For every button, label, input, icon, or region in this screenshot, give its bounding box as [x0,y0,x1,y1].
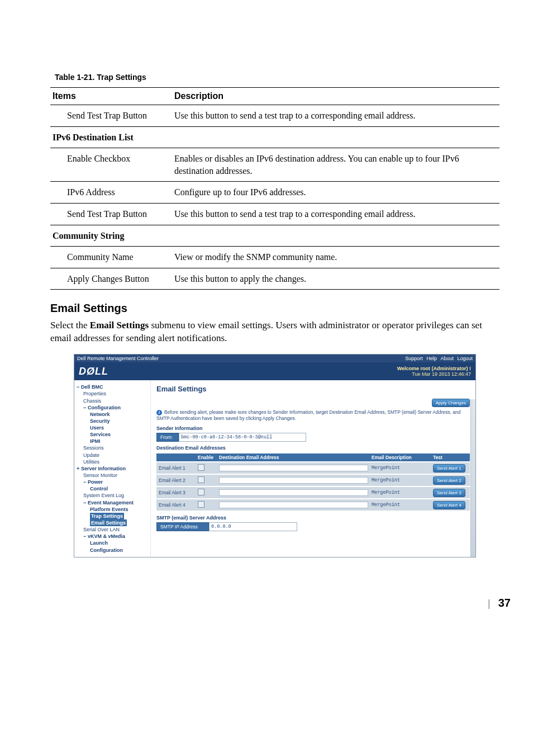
sidebar-item-users[interactable]: Users [77,424,148,431]
row-item: IPv6 Destination List [50,126,172,148]
row-desc: Use this button to apply the changes. [172,268,499,290]
sidebar-item-security[interactable]: Security [77,418,148,424]
sidebar-item-serial-over-lan[interactable]: Serial Over LAN [77,526,148,533]
row-desc: Enables or disables an IPv6 destination … [172,148,499,182]
table-row: Email Alert 1 MergePoint Send Alert 1 [156,462,470,474]
sidebar-item-event-management[interactable]: −Event Management [77,499,148,506]
link-about[interactable]: About [440,356,454,361]
send-alert-button[interactable]: Send Alert 1 [433,464,465,472]
dest-email-field[interactable] [219,465,368,471]
row-desc: Use this button to send a test trap to a… [172,203,499,225]
row-desc [172,126,499,148]
sidebar-item-configuration[interactable]: −Configuration [77,404,148,411]
enable-checkbox[interactable] [198,501,204,508]
th-blank [156,453,196,461]
row-name: Email Alert 4 [156,499,196,511]
page-title: Email Settings [156,385,470,393]
sidebar-item-services[interactable]: Services [77,431,148,438]
email-description: MergePoint [369,462,431,474]
para-bold: Email Settings [90,320,149,330]
table-row: Email Alert 2 MergePoint Send Alert 2 [156,475,470,486]
row-desc: Use this button to send a test trap to a… [172,105,499,127]
send-alert-button[interactable]: Send Alert 4 [433,501,465,509]
sidebar-item-platform-events[interactable]: Platform Events [77,506,148,513]
sidebar-item-email-settings[interactable]: Email Settings [77,519,148,526]
row-item: Community Name [50,247,172,268]
row-desc: Configure up to four IPv6 addresses. [172,182,499,204]
row-item: Enable Checkbox [50,148,172,182]
sidebar-item-utilities[interactable]: Utilities [77,459,148,465]
th-test: Test [431,453,470,461]
send-alert-button[interactable]: Send Alert 2 [433,476,465,485]
enable-checkbox[interactable] [198,464,204,471]
smtp-server-label: SMTP (email) Server Address [156,515,470,521]
table-caption: Table 1-21. Trap Settings [55,73,499,82]
th-description: Description [172,88,499,105]
destination-addresses-label: Destination Email Addresses [156,445,470,451]
link-support[interactable]: Support [405,356,423,361]
trap-settings-table: Items Description Send Test Trap Button … [50,87,499,290]
row-desc: View or modify the SNMP community name. [172,247,499,268]
sidebar-item-update[interactable]: Update [77,452,148,459]
welcome-text: Welcome root (Administrator) ! [397,366,471,371]
main-panel: Email Settings Apply Changes iBefore sen… [151,380,475,557]
row-item: Apply Changes Button [50,268,172,290]
email-description: MergePoint [369,475,431,486]
th-email-desc: Email Description [369,453,431,461]
sidebar-item-dell-bmc[interactable]: −Dell BMC [77,384,148,390]
section-paragraph: Select the Email Settings submenu to vie… [50,319,499,345]
smtp-ip-field[interactable]: 0.0.0.0 [209,522,297,531]
sidebar-item-ipmi[interactable]: IPMI [77,438,148,445]
from-field[interactable]: bmc-00-c0-a8-12-34-58-0-0-3@null [179,433,306,442]
para-pre: Select the [50,320,90,330]
destination-table: Enable Destination Email Address Email D… [156,452,470,512]
sidebar-item-server-info[interactable]: +Server Information [77,465,148,472]
timestamp: Tue Mar 19 2013 12:46:47 [397,371,471,377]
sidebar-item-launch[interactable]: Launch [77,540,148,546]
page-number: 37 [498,597,511,609]
dest-email-field[interactable] [219,502,368,508]
sidebar-item-sessions[interactable]: Sessions [77,445,148,451]
table-row: Email Alert 3 MergePoint Send Alert 3 [156,487,470,498]
sidebar-item-network[interactable]: Network [77,411,148,418]
sidebar-item-power[interactable]: −Power [77,479,148,485]
enable-checkbox[interactable] [198,476,204,483]
sender-information-label: Sender Information [156,426,470,431]
link-logout[interactable]: Logout [457,356,473,361]
titlebar: Dell Remote Management Controller Suppor… [74,355,475,362]
sidebar-item-system-event-log[interactable]: System Event Log [77,492,148,499]
row-desc [172,225,499,247]
brand-logo: DØLL [79,366,108,377]
row-name: Email Alert 2 [156,475,196,486]
page-footer: |37 [0,580,533,609]
send-alert-button[interactable]: Send Alert 3 [433,489,465,497]
sidebar-item-configuration2[interactable]: Configuration [77,547,148,554]
sidebar-item-sensor-monitor[interactable]: Sensor Monitor [77,472,148,479]
row-name: Email Alert 1 [156,462,196,474]
row-item: Community String [50,225,172,247]
th-items: Items [50,88,172,105]
email-description: MergePoint [369,487,431,498]
row-name: Email Alert 3 [156,487,196,498]
sidebar-item-vkvm[interactable]: −vKVM & vMedia [77,533,148,540]
brandbar: DØLL Welcome root (Administrator) ! Tue … [74,362,475,380]
enable-checkbox[interactable] [198,489,204,495]
info-icon: i [156,410,162,415]
sidebar-item-trap-settings[interactable]: Trap Settings [77,513,148,519]
email-description: MergePoint [369,499,431,511]
sidebar-item-chassis[interactable]: Chassis [77,398,148,404]
sidebar-item-control[interactable]: Control [77,485,148,492]
link-help[interactable]: Help [426,356,437,361]
scrollbar[interactable] [470,399,475,557]
row-item: Send Test Trap Button [50,203,172,225]
dest-email-field[interactable] [219,477,368,484]
apply-changes-button[interactable]: Apply Changes [432,399,470,407]
dest-email-field[interactable] [219,489,368,496]
sidebar-item-properties[interactable]: Properties [77,390,148,397]
smtp-ip-label: SMTP IP Address [156,522,209,531]
footer-separator: | [488,598,491,609]
th-enable: Enable [196,453,217,461]
from-label: From: [156,433,179,442]
row-item: Send Test Trap Button [50,105,172,127]
titlebar-title: Dell Remote Management Controller [77,356,159,361]
